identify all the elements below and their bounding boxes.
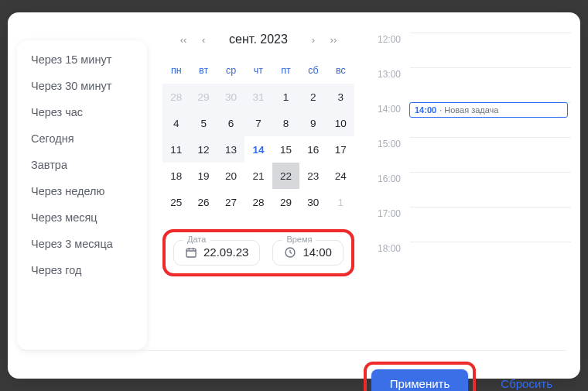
calendar-day[interactable]: 23 (299, 163, 326, 189)
calendar-day[interactable]: 19 (190, 163, 217, 189)
prev-month-icon[interactable]: ‹ (195, 31, 212, 48)
calendar-day[interactable]: 22 (272, 163, 299, 189)
calendar-day[interactable]: 14 (244, 136, 272, 163)
calendar-day[interactable]: 12 (190, 136, 217, 163)
timeline-hour-label: 14:00 (370, 102, 410, 115)
preset-list: Через 15 минут Через 30 минут Через час … (17, 40, 147, 350)
calendar-day[interactable]: 28 (162, 84, 190, 110)
calendar-day[interactable]: 8 (272, 110, 299, 136)
preset-item[interactable]: Через неделю (17, 178, 147, 204)
calendar-day[interactable]: 28 (244, 189, 272, 215)
preset-item[interactable]: Через год (17, 257, 147, 283)
timeline-event[interactable]: 14:00· Новая задача (409, 102, 568, 118)
preset-item[interactable]: Завтра (17, 152, 147, 178)
calendar-day[interactable]: 9 (299, 110, 326, 136)
timeline-slot[interactable] (410, 33, 571, 67)
calendar-day[interactable]: 10 (327, 110, 354, 136)
timeline-row: 14:0014:00· Новая задача (370, 102, 571, 137)
preset-item[interactable]: Сегодня (17, 125, 147, 152)
modal-footer: Применить Сбросить (8, 351, 580, 391)
calendar-day[interactable]: 27 (217, 189, 244, 215)
calendar: ‹‹ ‹ сент. 2023 › ›› пнвтсрчтптсбвс28293… (162, 22, 354, 350)
timeline-row: 17:00 (370, 207, 571, 242)
apply-button-highlight: Применить (364, 362, 477, 391)
prev-year-icon[interactable]: ‹‹ (175, 31, 192, 48)
preset-item[interactable]: Через 3 месяца (17, 231, 147, 257)
calendar-weekday: пт (272, 59, 299, 84)
calendar-grid: пнвтсрчтптсбвс28293031123456789101112131… (162, 59, 354, 215)
calendar-day[interactable]: 7 (244, 110, 272, 136)
time-field-label: Время (282, 235, 316, 244)
clock-icon (284, 246, 296, 259)
time-field[interactable]: Время 14:00 (272, 240, 344, 266)
calendar-weekday: ср (217, 59, 244, 84)
calendar-day[interactable]: 30 (299, 189, 326, 215)
timeline-row: 15:00 (370, 137, 571, 172)
date-field[interactable]: Дата 22.09.23 (173, 240, 260, 266)
calendar-weekday: чт (244, 59, 272, 84)
reset-button[interactable]: Сбросить (501, 377, 552, 390)
calendar-day[interactable]: 21 (244, 163, 272, 189)
next-month-icon[interactable]: › (305, 31, 322, 48)
timeline-hour-label: 13:00 (370, 67, 410, 80)
timeline-hour-label: 16:00 (370, 172, 410, 184)
calendar-day[interactable]: 1 (327, 189, 354, 215)
calendar-day[interactable]: 26 (190, 189, 217, 215)
calendar-day[interactable]: 13 (217, 136, 244, 163)
timeline-row: 18:00 (370, 242, 571, 276)
calendar-day[interactable]: 30 (217, 84, 244, 110)
calendar-title: сент. 2023 (229, 33, 288, 46)
calendar-header: ‹‹ ‹ сент. 2023 › ›› (162, 31, 354, 48)
timeline-slot[interactable] (410, 137, 571, 172)
timeline: 12:0013:0014:0014:00· Новая задача15:001… (370, 22, 571, 350)
calendar-day[interactable]: 20 (217, 163, 244, 189)
preset-item[interactable]: Через 30 минут (17, 73, 147, 99)
calendar-day[interactable]: 3 (327, 84, 354, 110)
calendar-icon (185, 246, 197, 259)
date-time-fields-highlight: Дата 22.09.23 Время 14:00 (162, 229, 354, 276)
timeline-event-time: 14:00 (415, 105, 436, 115)
calendar-weekday: сб (299, 59, 326, 84)
calendar-weekday: пн (162, 59, 190, 84)
calendar-day[interactable]: 1 (272, 84, 299, 110)
timeline-event-title: · Новая задача (439, 105, 498, 115)
timeline-slot[interactable] (410, 242, 571, 276)
calendar-day[interactable]: 25 (162, 189, 190, 215)
timeline-slot[interactable] (410, 207, 571, 242)
preset-item[interactable]: Через час (17, 99, 147, 125)
timeline-slot[interactable] (410, 67, 571, 102)
time-field-value: 14:00 (303, 245, 332, 259)
calendar-day[interactable]: 31 (244, 84, 272, 110)
date-field-value: 22.09.23 (203, 245, 248, 259)
date-time-picker-modal: Через 15 минут Через 30 минут Через час … (8, 12, 580, 379)
timeline-hour-label: 12:00 (370, 33, 410, 45)
timeline-hour-label: 15:00 (370, 137, 410, 149)
calendar-day[interactable]: 4 (162, 110, 190, 136)
calendar-day[interactable]: 15 (272, 136, 299, 163)
timeline-row: 13:00 (370, 67, 571, 102)
apply-button[interactable]: Применить (371, 369, 469, 391)
calendar-day[interactable]: 17 (327, 136, 354, 163)
calendar-day[interactable]: 5 (190, 110, 217, 136)
calendar-day[interactable]: 2 (299, 84, 326, 110)
calendar-weekday: вс (327, 59, 354, 84)
preset-item[interactable]: Через месяц (17, 204, 147, 231)
calendar-weekday: вт (190, 59, 217, 84)
timeline-hour-label: 17:00 (370, 207, 410, 219)
svg-rect-0 (186, 249, 196, 257)
modal-content: Через 15 минут Через 30 минут Через час … (8, 12, 580, 350)
next-year-icon[interactable]: ›› (325, 31, 342, 48)
calendar-day[interactable]: 16 (299, 136, 326, 163)
calendar-day[interactable]: 29 (272, 189, 299, 215)
calendar-day[interactable]: 11 (162, 136, 190, 163)
preset-item[interactable]: Через 15 минут (17, 46, 147, 73)
calendar-day[interactable]: 6 (217, 110, 244, 136)
date-field-label: Дата (183, 235, 210, 244)
calendar-day[interactable]: 29 (190, 84, 217, 110)
calendar-day[interactable]: 24 (327, 163, 354, 189)
timeline-row: 16:00 (370, 172, 571, 207)
calendar-day[interactable]: 18 (162, 163, 190, 189)
timeline-slot[interactable] (410, 172, 571, 207)
timeline-hour-label: 18:00 (370, 242, 410, 254)
timeline-slot[interactable]: 14:00· Новая задача (410, 102, 571, 137)
